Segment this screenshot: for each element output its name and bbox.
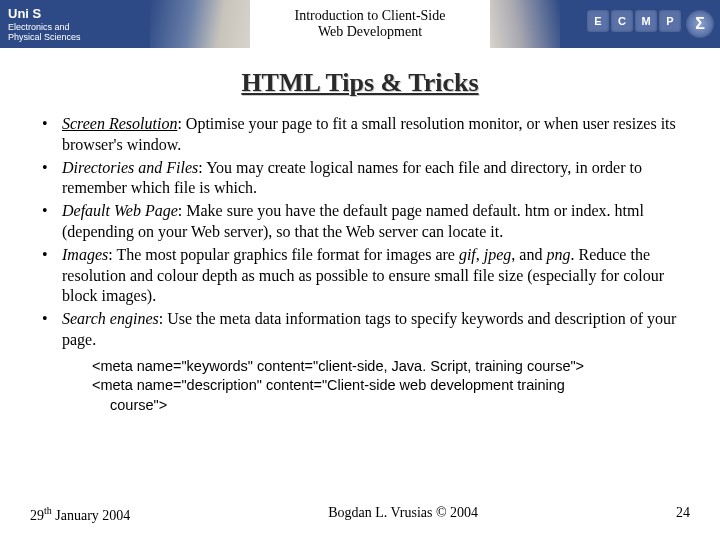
badge-p: P — [659, 10, 681, 32]
bullet-item: Default Web Page: Make sure you have the… — [34, 201, 690, 243]
header-title-line1: Introduction to Client-Side — [295, 8, 446, 24]
bullet-term: Images — [62, 246, 108, 263]
bullet-term: Screen Resolution — [62, 115, 177, 132]
footer-page-number: 24 — [676, 505, 690, 524]
format-gif: gif — [459, 246, 476, 263]
header-title: Introduction to Client-Side Web Developm… — [250, 0, 490, 48]
code-line: <meta name="description" content="Client… — [92, 376, 690, 396]
bullet-item: Search engines: Use the meta data inform… — [34, 309, 690, 351]
header-left: Uni S Electronics and Physical Sciences — [0, 0, 190, 48]
code-line: course"> — [92, 396, 690, 416]
badge-c: C — [611, 10, 633, 32]
format-jpeg: jpeg — [484, 246, 512, 263]
badge-m: M — [635, 10, 657, 32]
code-line: <meta name="keywords" content="client-si… — [92, 357, 690, 377]
header-title-line2: Web Development — [318, 24, 422, 40]
slide-title: HTML Tips & Tricks — [0, 68, 720, 98]
bullet-item: Directories and Files: You may create lo… — [34, 158, 690, 200]
footer-author: Bogdan L. Vrusias © 2004 — [328, 505, 478, 524]
footer-date: 29th January 2004 — [30, 505, 130, 524]
bullet-item: Images: The most popular graphics file f… — [34, 245, 690, 307]
slide-content: Screen Resolution: Optimise your page to… — [0, 114, 720, 415]
header-right: E C M P Σ — [550, 0, 720, 48]
header-bar: Uni S Electronics and Physical Sciences … — [0, 0, 720, 48]
bullet-term: Search engines — [62, 310, 159, 327]
bullet-text: : The most popular graphics file format … — [108, 246, 459, 263]
bullet-item: Screen Resolution: Optimise your page to… — [34, 114, 690, 156]
badge-row: E C M P Σ — [587, 10, 714, 38]
footer: 29th January 2004 Bogdan L. Vrusias © 20… — [0, 505, 720, 524]
bullet-term: Directories and Files — [62, 159, 198, 176]
sigma-icon: Σ — [686, 10, 714, 38]
bullet-list: Screen Resolution: Optimise your page to… — [34, 114, 690, 351]
bullet-term: Default Web Page — [62, 202, 178, 219]
code-block: <meta name="keywords" content="client-si… — [92, 357, 690, 416]
format-png: png — [546, 246, 570, 263]
badge-e: E — [587, 10, 609, 32]
header-left-graphic — [150, 0, 250, 48]
header-right-graphic — [490, 0, 560, 48]
